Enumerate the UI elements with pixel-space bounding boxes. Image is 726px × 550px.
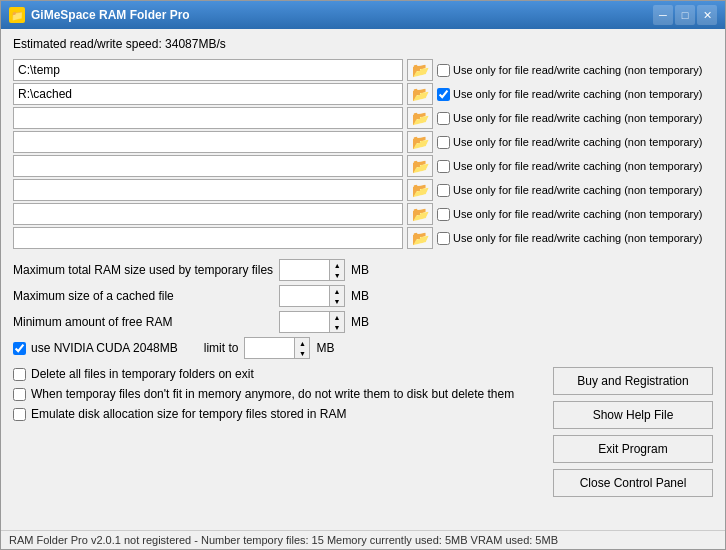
folder-input-6[interactable]: [13, 203, 403, 225]
emulate-row[interactable]: Emulate disk allocation size for tempory…: [13, 407, 541, 421]
limit-to-spinbox-btns: ▲ ▼: [294, 337, 310, 359]
min-free-down-btn[interactable]: ▼: [330, 322, 344, 332]
minimize-button[interactable]: ─: [653, 5, 673, 25]
no-write-checkbox[interactable]: [13, 388, 26, 401]
status-bar: RAM Folder Pro v2.0.1 not registered - N…: [1, 530, 725, 549]
folder-row-7: 📂Use only for file read/write caching (n…: [13, 227, 713, 249]
exit-program-button[interactable]: Exit Program: [553, 435, 713, 463]
folder-input-0[interactable]: [13, 59, 403, 81]
folder-cache-label-0[interactable]: Use only for file read/write caching (no…: [437, 64, 702, 77]
folder-input-2[interactable]: [13, 107, 403, 129]
delete-files-label: Delete all files in temporary folders on…: [31, 367, 254, 381]
folder-cache-label-7[interactable]: Use only for file read/write caching (no…: [437, 232, 702, 245]
folder-input-4[interactable]: [13, 155, 403, 177]
max-ram-mb: MB: [351, 263, 369, 277]
folder-browse-button-2[interactable]: 📂: [407, 107, 433, 129]
folder-row-0: 📂Use only for file read/write caching (n…: [13, 59, 713, 81]
folder-cache-label-4[interactable]: Use only for file read/write caching (no…: [437, 160, 702, 173]
maximize-button[interactable]: □: [675, 5, 695, 25]
max-cached-up-btn[interactable]: ▲: [330, 286, 344, 296]
close-button[interactable]: ✕: [697, 5, 717, 25]
cuda-checkbox[interactable]: [13, 342, 26, 355]
folder-cache-checkbox-7[interactable]: [437, 232, 450, 245]
limit-to-up-btn[interactable]: ▲: [295, 338, 309, 348]
min-free-spinbox-btns: ▲ ▼: [329, 311, 345, 333]
max-ram-spinbox-btns: ▲ ▼: [329, 259, 345, 281]
title-controls: ─ □ ✕: [653, 5, 717, 25]
folder-cache-text-6: Use only for file read/write caching (no…: [453, 208, 702, 220]
folder-input-1[interactable]: [13, 83, 403, 105]
min-free-row: Minimum amount of free RAM 128 ▲ ▼ MB: [13, 311, 713, 333]
cuda-label: use NVIDIA CUDA 2048MB: [31, 341, 178, 355]
limit-to-mb: MB: [316, 341, 334, 355]
folder-cache-text-2: Use only for file read/write caching (no…: [453, 112, 702, 124]
folder-row-4: 📂Use only for file read/write caching (n…: [13, 155, 713, 177]
emulate-label: Emulate disk allocation size for tempory…: [31, 407, 346, 421]
min-free-label: Minimum amount of free RAM: [13, 315, 273, 329]
folder-cache-label-6[interactable]: Use only for file read/write caching (no…: [437, 208, 702, 221]
folder-input-5[interactable]: [13, 179, 403, 201]
folder-browse-button-0[interactable]: 📂: [407, 59, 433, 81]
bottom-left: Delete all files in temporary folders on…: [13, 367, 541, 497]
status-text: RAM Folder Pro v2.0.1 not registered - N…: [9, 534, 558, 546]
delete-files-row[interactable]: Delete all files in temporary folders on…: [13, 367, 541, 381]
folder-cache-checkbox-1[interactable]: [437, 88, 450, 101]
min-free-spinbox: 128 ▲ ▼: [279, 311, 345, 333]
limit-to-spinbox: 512 ▲ ▼: [244, 337, 310, 359]
window-title: GiMeSpace RAM Folder Pro: [31, 8, 190, 22]
folder-row-1: 📂Use only for file read/write caching (n…: [13, 83, 713, 105]
cuda-checkbox-label[interactable]: use NVIDIA CUDA 2048MB: [13, 341, 178, 355]
folder-cache-checkbox-0[interactable]: [437, 64, 450, 77]
folder-input-7[interactable]: [13, 227, 403, 249]
buy-registration-button[interactable]: Buy and Registration: [553, 367, 713, 395]
folder-cache-checkbox-4[interactable]: [437, 160, 450, 173]
limit-to-label: limit to: [204, 341, 239, 355]
folder-rows: 📂Use only for file read/write caching (n…: [13, 59, 713, 249]
max-ram-up-btn[interactable]: ▲: [330, 260, 344, 270]
folder-cache-label-3[interactable]: Use only for file read/write caching (no…: [437, 136, 702, 149]
max-ram-down-btn[interactable]: ▼: [330, 270, 344, 280]
limit-to-input[interactable]: 512: [244, 337, 294, 359]
show-help-button[interactable]: Show Help File: [553, 401, 713, 429]
folder-browse-button-3[interactable]: 📂: [407, 131, 433, 153]
folder-row-5: 📂Use only for file read/write caching (n…: [13, 179, 713, 201]
folder-cache-text-5: Use only for file read/write caching (no…: [453, 184, 702, 196]
folder-cache-label-1[interactable]: Use only for file read/write caching (no…: [437, 88, 702, 101]
main-content: Estimated read/write speed: 34087MB/s 📂U…: [1, 29, 725, 530]
max-cached-row: Maximum size of a cached file 1024 ▲ ▼ M…: [13, 285, 713, 307]
max-cached-input[interactable]: 1024: [279, 285, 329, 307]
folder-cache-checkbox-2[interactable]: [437, 112, 450, 125]
emulate-checkbox[interactable]: [13, 408, 26, 421]
max-cached-mb: MB: [351, 289, 369, 303]
folder-input-3[interactable]: [13, 131, 403, 153]
min-free-up-btn[interactable]: ▲: [330, 312, 344, 322]
limit-to-down-btn[interactable]: ▼: [295, 348, 309, 358]
folder-cache-label-2[interactable]: Use only for file read/write caching (no…: [437, 112, 702, 125]
folder-cache-text-3: Use only for file read/write caching (no…: [453, 136, 702, 148]
max-cached-label: Maximum size of a cached file: [13, 289, 273, 303]
no-write-row[interactable]: When temporay files don't fit in memory …: [13, 387, 541, 401]
folder-cache-label-5[interactable]: Use only for file read/write caching (no…: [437, 184, 702, 197]
folder-row-3: 📂Use only for file read/write caching (n…: [13, 131, 713, 153]
folder-browse-button-4[interactable]: 📂: [407, 155, 433, 177]
folder-cache-checkbox-3[interactable]: [437, 136, 450, 149]
folder-cache-text-0: Use only for file read/write caching (no…: [453, 64, 702, 76]
folder-cache-checkbox-5[interactable]: [437, 184, 450, 197]
delete-files-checkbox[interactable]: [13, 368, 26, 381]
folder-browse-button-5[interactable]: 📂: [407, 179, 433, 201]
max-ram-row: Maximum total RAM size used by temporary…: [13, 259, 713, 281]
folder-cache-checkbox-6[interactable]: [437, 208, 450, 221]
min-free-input[interactable]: 128: [279, 311, 329, 333]
folder-cache-text-7: Use only for file read/write caching (no…: [453, 232, 702, 244]
folder-browse-button-7[interactable]: 📂: [407, 227, 433, 249]
speed-label: Estimated read/write speed: 34087MB/s: [13, 37, 713, 51]
folder-browse-button-1[interactable]: 📂: [407, 83, 433, 105]
title-bar: 📁 GiMeSpace RAM Folder Pro ─ □ ✕: [1, 1, 725, 29]
max-cached-down-btn[interactable]: ▼: [330, 296, 344, 306]
min-free-mb: MB: [351, 315, 369, 329]
close-control-panel-button[interactable]: Close Control Panel: [553, 469, 713, 497]
folder-browse-button-6[interactable]: 📂: [407, 203, 433, 225]
max-ram-input[interactable]: 512: [279, 259, 329, 281]
settings-area: Maximum total RAM size used by temporary…: [13, 259, 713, 359]
main-window: 📁 GiMeSpace RAM Folder Pro ─ □ ✕ Estimat…: [0, 0, 726, 550]
